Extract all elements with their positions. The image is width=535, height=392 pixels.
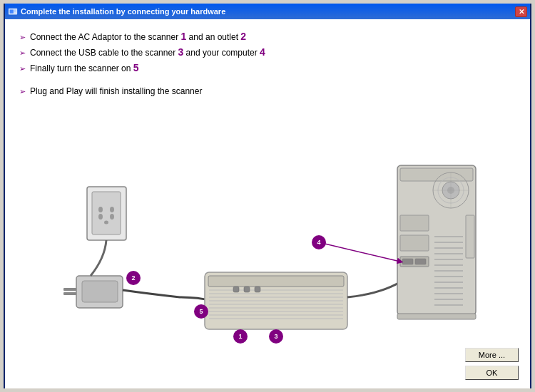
instructions-list: ➢ Connect the AC Adaptor to the scanner … <box>19 31 516 73</box>
svg-rect-3 <box>14 11 16 12</box>
svg-line-57 <box>319 242 400 262</box>
ok-button[interactable]: OK <box>465 366 519 380</box>
svg-rect-28 <box>255 287 260 292</box>
svg-rect-38 <box>400 235 429 251</box>
bullet-1: ➢ <box>19 33 26 42</box>
svg-rect-14 <box>63 292 76 295</box>
instruction-item-3: ➢ Finally turn the scanner on 5 <box>19 62 516 73</box>
step-num-2: 2 <box>240 31 246 42</box>
svg-text:2: 2 <box>131 274 135 282</box>
instruction-item-1: ➢ Connect the AC Adaptor to the scanner … <box>19 31 516 42</box>
svg-rect-40 <box>402 259 413 264</box>
window-icon <box>8 6 18 16</box>
diagram-area: 1 2 3 4 5 <box>41 91 504 361</box>
step-num-3: 3 <box>178 46 183 58</box>
window-content: ➢ Connect the AC Adaptor to the scanner … <box>5 19 530 388</box>
step-num-5: 5 <box>133 62 139 73</box>
svg-text:4: 4 <box>317 239 320 246</box>
buttons-area: More ... OK <box>465 348 519 380</box>
instruction-item-2: ➢ Connect the USB cable to the scanner 3… <box>19 46 516 58</box>
svg-rect-5 <box>92 192 121 234</box>
title-bar-text: Complete the installation by connecting … <box>21 7 512 16</box>
svg-point-9 <box>110 214 114 220</box>
svg-rect-42 <box>466 215 474 258</box>
svg-point-10 <box>104 221 108 225</box>
svg-rect-12 <box>82 281 118 302</box>
svg-point-8 <box>110 207 114 212</box>
svg-rect-16 <box>208 276 344 287</box>
close-button[interactable]: ✕ <box>515 6 527 17</box>
title-bar: Complete the installation by connecting … <box>5 4 530 19</box>
step-num-4: 4 <box>260 46 265 58</box>
instruction-text-1: Connect the AC Adaptor to the scanner 1 … <box>30 31 246 42</box>
svg-rect-27 <box>244 287 250 292</box>
svg-rect-56 <box>397 314 476 319</box>
svg-text:3: 3 <box>274 333 277 340</box>
svg-rect-26 <box>233 287 239 292</box>
instruction-text-3: Finally turn the scanner on 5 <box>30 62 139 73</box>
svg-rect-1 <box>10 9 14 13</box>
bullet-2: ➢ <box>19 48 26 58</box>
svg-rect-37 <box>400 215 429 231</box>
svg-text:1: 1 <box>238 333 242 340</box>
svg-point-6 <box>98 207 103 212</box>
svg-rect-41 <box>415 259 426 264</box>
svg-rect-13 <box>63 288 76 291</box>
bullet-3: ➢ <box>19 64 26 73</box>
svg-point-7 <box>98 214 103 220</box>
instruction-text-2: Connect the USB cable to the scanner 3 a… <box>30 46 265 58</box>
svg-text:5: 5 <box>199 308 203 315</box>
more-button[interactable]: More ... <box>465 348 519 362</box>
hardware-diagram: 1 2 3 4 5 <box>41 91 483 361</box>
svg-rect-2 <box>14 9 16 11</box>
main-window: Complete the installation by connecting … <box>4 4 531 388</box>
step-num-1: 1 <box>180 31 186 42</box>
bullet-4: ➢ <box>19 87 26 96</box>
